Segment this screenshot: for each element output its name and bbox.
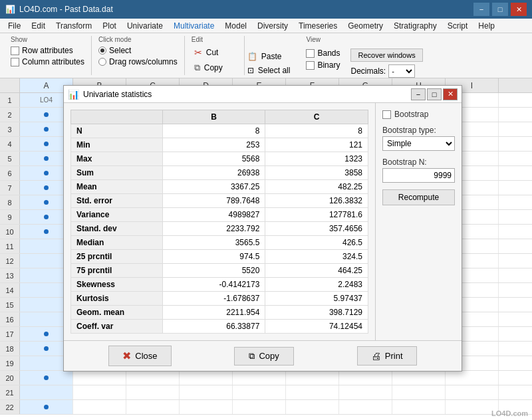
menu-transform[interactable]: Transform xyxy=(51,20,97,32)
stat-c-value: 3858 xyxy=(265,166,368,180)
binary-checkbox[interactable]: Binary xyxy=(306,60,340,70)
bootstrap-n-group: Bootstrap N: xyxy=(382,158,455,183)
toolbar-show-section: Show Row attributes Column attributes xyxy=(4,36,92,75)
cut-button[interactable]: ✂ Cut xyxy=(192,46,237,59)
dialog-title: Univariate statistics xyxy=(83,90,152,99)
stats-row: Mean 3367.25 482.25 xyxy=(71,180,368,194)
dialog-print-footer-button[interactable]: 🖨 Print xyxy=(357,346,417,366)
stat-label: Stand. dev xyxy=(71,222,163,236)
menu-file[interactable]: File xyxy=(3,20,26,32)
dialog-maximize-button[interactable]: □ xyxy=(427,88,442,100)
stats-row: Std. error 789.7648 126.3832 xyxy=(71,194,368,208)
copy-footer-label: Copy xyxy=(259,351,279,361)
stat-b-value: 5568 xyxy=(162,152,265,166)
show-content: Row attributes Column attributes xyxy=(11,46,84,66)
menu-timeseries[interactable]: Timeseries xyxy=(293,20,342,32)
click-mode-label: Click mode xyxy=(98,36,178,43)
scissors-icon: ✂ xyxy=(194,47,202,58)
drag-label: Drag rows/columns xyxy=(109,57,178,66)
maximize-button[interactable]: □ xyxy=(492,3,508,16)
dialog-close-button[interactable]: ✕ xyxy=(443,88,458,100)
menu-univariate[interactable]: Univariate xyxy=(122,20,168,32)
stat-b-value: 66.33877 xyxy=(162,320,265,334)
row-attributes-checkbox[interactable]: Row attributes xyxy=(11,46,84,55)
recover-windows-button[interactable]: Recover windows xyxy=(350,49,422,62)
close-red-icon: ✖ xyxy=(122,350,131,362)
clickmode-content: Select Drag rows/columns xyxy=(98,46,178,66)
recompute-button[interactable]: Recompute xyxy=(382,189,455,205)
stats-row: Median 3565.5 426.5 xyxy=(71,236,368,250)
stat-c-value: 5.97437 xyxy=(265,292,368,306)
cut-label: Cut xyxy=(206,48,219,57)
select-all-button[interactable]: ⊡ Select all xyxy=(245,64,293,76)
stats-row: Kurtosis -1.678637 5.97437 xyxy=(71,292,368,306)
window-title: LO4D.com - Past Data.dat xyxy=(19,5,113,14)
stat-c-value: 1323 xyxy=(265,152,368,166)
stats-row: Sum 26938 3858 xyxy=(71,166,368,180)
bands-box xyxy=(306,49,315,58)
binary-label: Binary xyxy=(317,60,340,70)
menu-plot[interactable]: Plot xyxy=(97,20,122,32)
stat-label: 25 prcntil xyxy=(71,250,163,264)
copy-button[interactable]: ⧉ Copy xyxy=(192,61,237,74)
bootstrap-label: Bootstrap xyxy=(394,110,428,119)
stat-c-value: 464.25 xyxy=(265,264,368,278)
menu-edit[interactable]: Edit xyxy=(26,20,51,32)
drag-radio[interactable]: Drag rows/columns xyxy=(98,57,178,66)
stat-b-value: 5520 xyxy=(162,264,265,278)
col-attributes-checkbox[interactable]: Column attributes xyxy=(11,57,84,66)
stat-b-value: 3367.25 xyxy=(162,180,265,194)
stat-label: Mean xyxy=(71,180,163,194)
select-radio[interactable]: Select xyxy=(98,46,178,55)
toolbar-clickmode-section: Click mode Select Drag rows/columns xyxy=(92,36,185,75)
col-attrs-label: Column attributes xyxy=(22,57,84,66)
stat-b-value: 253 xyxy=(162,138,265,152)
stats-row: N 8 8 xyxy=(71,124,368,138)
close-window-button[interactable]: ✕ xyxy=(511,3,527,16)
stat-label: Min xyxy=(71,138,163,152)
decimals-select[interactable]: -01234 xyxy=(388,64,415,78)
view-inner: Bands Binary Recover windows Decimals: -… xyxy=(306,49,426,78)
stat-label: Std. error xyxy=(71,194,163,208)
dialog-overlay: 📊 Univariate statistics − □ ✕ xyxy=(0,78,532,420)
stats-table-wrap: B C N 8 8 Min 253 121 Max 5568 1323 Sum … xyxy=(64,103,375,340)
stat-label: Kurtosis xyxy=(71,292,163,306)
table-row: 22 xyxy=(0,400,532,415)
bootstrap-checkbox[interactable]: Bootstrap xyxy=(382,110,455,119)
toolbar-view-section: View Bands Binary Recover windows Decima… xyxy=(299,36,432,75)
row-attrs-box xyxy=(11,47,19,55)
stat-b-value: 4989827 xyxy=(162,208,265,222)
stat-c-value: 8 xyxy=(265,124,368,138)
bands-checkbox[interactable]: Bands xyxy=(306,49,340,58)
copy-footer-icon: ⧉ xyxy=(249,351,255,362)
bootstrap-panel: Bootstrap Bootstrap type: SimpleBalanced… xyxy=(375,103,462,340)
menu-help[interactable]: Help xyxy=(473,20,500,32)
dialog-copy-footer-button[interactable]: ⧉ Copy xyxy=(234,347,294,366)
dialog-close-footer-button[interactable]: ✖ Close xyxy=(108,346,171,366)
print-icon: 🖨 xyxy=(371,350,381,362)
stats-row: Geom. mean 2211.954 398.7129 xyxy=(71,306,368,320)
stats-row: Skewness -0.4142173 2.2483 xyxy=(71,278,368,292)
menu-geometry[interactable]: Geometry xyxy=(342,20,388,32)
bootstrap-n-input[interactable] xyxy=(382,168,455,183)
menu-diversity[interactable]: Diversity xyxy=(252,20,293,32)
stat-b-value: -1.678637 xyxy=(162,292,265,306)
stats-table: B C N 8 8 Min 253 121 Max 5568 1323 Sum … xyxy=(70,110,368,334)
menu-script[interactable]: Script xyxy=(442,20,473,32)
dialog-minimize-button[interactable]: − xyxy=(411,88,426,100)
minimize-button[interactable]: − xyxy=(473,3,489,16)
bootstrap-n-label: Bootstrap N: xyxy=(382,158,455,167)
col-header-stat xyxy=(71,110,163,124)
stats-row: Coeff. var 66.33877 74.12454 xyxy=(71,320,368,334)
decimals-label: Decimals: xyxy=(350,66,386,76)
stat-label: Max xyxy=(71,152,163,166)
menu-model[interactable]: Model xyxy=(219,20,252,32)
menu-multivariate[interactable]: Multivariate xyxy=(168,20,219,32)
stat-b-value: 789.7648 xyxy=(162,194,265,208)
bootstrap-type-label: Bootstrap type: xyxy=(382,126,455,135)
bootstrap-type-select[interactable]: SimpleBalancedParametric xyxy=(382,136,455,151)
menu-stratigraphy[interactable]: Stratigraphy xyxy=(388,20,442,32)
stats-row: Stand. dev 2233.792 357.4656 xyxy=(71,222,368,236)
drag-radio-btn xyxy=(98,58,106,66)
paste-button[interactable]: 📋 Paste xyxy=(245,51,293,62)
